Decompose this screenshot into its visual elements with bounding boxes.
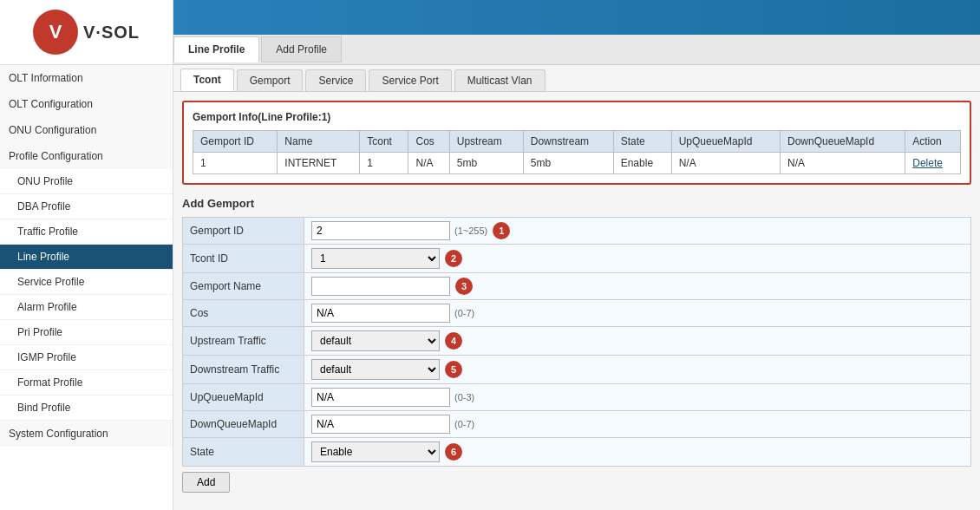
col-state: State: [613, 131, 671, 153]
label-gemport-id: Gemport ID: [183, 218, 304, 245]
label-gemport-name: Gemport Name: [183, 273, 304, 300]
hint-down-queue: (0-7): [454, 419, 474, 429]
cell-state: Enable: [613, 153, 671, 174]
input-cos[interactable]: [311, 304, 450, 323]
form-row-cos: Cos (0-7): [183, 300, 971, 327]
col-cos: Cos: [408, 131, 449, 153]
sidebar-item-olt-information[interactable]: OLT Information: [0, 65, 173, 91]
sub-tab-multicast-vlan[interactable]: Multicast Vlan: [454, 69, 546, 91]
add-gemport-title: Add Gemport: [182, 197, 971, 210]
main-content: Line Profile Add Profile Tcont Gemport S…: [173, 0, 980, 510]
sidebar-nav: OLT Information OLT Configuration ONU Co…: [0, 65, 173, 510]
cell-tcont: 1: [360, 153, 408, 174]
sidebar-item-traffic-profile[interactable]: Traffic Profile: [0, 219, 173, 245]
main-tab-bar: Line Profile Add Profile: [173, 35, 980, 65]
sub-tab-service[interactable]: Service: [305, 69, 366, 91]
field-cell-cos: (0-7): [304, 300, 971, 327]
field-cell-up-queue: (0-3): [304, 384, 971, 411]
label-state: State: [183, 438, 304, 467]
cell-up-queue: N/A: [671, 153, 780, 174]
sub-tab-service-port[interactable]: Service Port: [369, 69, 451, 91]
sidebar-item-olt-configuration[interactable]: OLT Configuration: [0, 91, 173, 117]
logo-area: V V·SOL: [0, 0, 173, 65]
field-cell-gemport-name: 3: [304, 273, 971, 300]
field-cell-gemport-id: (1~255) 1: [304, 218, 971, 245]
sidebar-item-igmp-profile[interactable]: IGMP Profile: [0, 345, 173, 370]
form-row-gemport-name: Gemport Name 3: [183, 273, 971, 300]
sidebar-item-bind-profile[interactable]: Bind Profile: [0, 396, 173, 421]
input-up-queue[interactable]: [311, 388, 450, 407]
sub-tab-gemport[interactable]: Gemport: [237, 69, 304, 91]
field-cell-upstream-traffic: default 4: [304, 327, 971, 356]
cell-down-queue: N/A: [781, 153, 905, 174]
delete-button[interactable]: Delete: [905, 153, 961, 174]
sidebar-item-pri-profile[interactable]: Pri Profile: [0, 320, 173, 345]
col-down-queue: DownQueueMapId: [781, 131, 905, 153]
sidebar-item-service-profile[interactable]: Service Profile: [0, 270, 173, 295]
sidebar-item-dba-profile[interactable]: DBA Profile: [0, 194, 173, 219]
logo-letter: V: [49, 21, 62, 43]
form-row-tcont-id: Tcont ID 1 2: [183, 245, 971, 273]
page-content: Gemport Info(Line Profile:1) Gemport ID …: [173, 92, 980, 510]
col-name: Name: [278, 131, 360, 153]
col-gemport-id: Gemport ID: [193, 131, 278, 153]
sidebar-item-format-profile[interactable]: Format Profile: [0, 370, 173, 396]
field-cell-down-queue: (0-7): [304, 411, 971, 438]
label-tcont-id: Tcont ID: [183, 245, 304, 273]
sidebar-item-onu-profile[interactable]: ONU Profile: [0, 169, 173, 194]
input-gemport-id[interactable]: [311, 221, 450, 240]
badge-5: 5: [445, 361, 462, 378]
select-upstream-traffic[interactable]: default: [311, 330, 440, 351]
select-tcont-id[interactable]: 1: [311, 248, 440, 269]
tab-add-profile[interactable]: Add Profile: [261, 36, 342, 62]
badge-1: 1: [493, 222, 510, 239]
hint-cos: (0-7): [454, 308, 474, 318]
col-downstream: Downstream: [523, 131, 613, 153]
input-down-queue[interactable]: [311, 415, 450, 434]
cell-upstream: 5mb: [449, 153, 523, 174]
sub-tab-tcont[interactable]: Tcont: [180, 69, 234, 91]
table-row: 1 INTERNET 1 N/A 5mb 5mb Enable N/A N/A …: [193, 153, 961, 174]
badge-3: 3: [455, 278, 473, 295]
sidebar-item-onu-configuration[interactable]: ONU Configuration: [0, 117, 173, 143]
add-button[interactable]: Add: [182, 472, 230, 493]
form-row-upstream-traffic: Upstream Traffic default 4: [183, 327, 971, 356]
label-cos: Cos: [183, 300, 304, 327]
label-down-queue: DownQueueMapId: [183, 411, 304, 438]
gemport-info-title: Gemport Info(Line Profile:1): [193, 111, 961, 123]
cell-name: INTERNET: [278, 153, 360, 174]
sidebar-item-line-profile[interactable]: Line Profile: [0, 245, 173, 270]
input-gemport-name[interactable]: [311, 277, 450, 296]
form-row-down-queue: DownQueueMapId (0-7): [183, 411, 971, 438]
form-row-up-queue: UpQueueMapId (0-3): [183, 384, 971, 411]
cell-downstream: 5mb: [523, 153, 613, 174]
label-upstream-traffic: Upstream Traffic: [183, 327, 304, 356]
badge-6: 6: [445, 443, 462, 461]
form-row-gemport-id: Gemport ID (1~255) 1: [183, 218, 971, 245]
tab-line-profile[interactable]: Line Profile: [173, 36, 259, 62]
sub-tab-bar: Tcont Gemport Service Service Port Multi…: [173, 65, 980, 92]
add-gemport-form: Gemport ID (1~255) 1 Tcont ID: [182, 217, 971, 467]
field-cell-tcont-id: 1 2: [304, 245, 971, 273]
label-up-queue: UpQueueMapId: [183, 384, 304, 411]
label-downstream-traffic: Downstream Traffic: [183, 356, 304, 384]
logo-text: V·SOL: [83, 23, 140, 42]
hint-up-queue: (0-3): [454, 392, 474, 402]
field-cell-downstream-traffic: default 5: [304, 356, 971, 384]
cell-gemport-id: 1: [193, 153, 278, 174]
sidebar-item-profile-configuration[interactable]: Profile Configuration: [0, 143, 173, 169]
select-downstream-traffic[interactable]: default: [311, 359, 440, 380]
badge-4: 4: [445, 332, 462, 350]
col-tcont: Tcont: [360, 131, 408, 153]
sidebar-item-alarm-profile[interactable]: Alarm Profile: [0, 295, 173, 320]
col-upstream: Upstream: [449, 131, 523, 153]
add-gemport-section: Add Gemport Gemport ID (1~255) 1: [182, 197, 971, 493]
logo-icon: V: [33, 10, 78, 55]
gemport-table: Gemport ID Name Tcont Cos Upstream Downs…: [193, 130, 961, 174]
form-row-downstream-traffic: Downstream Traffic default 5: [183, 356, 971, 384]
select-state[interactable]: Enable Disable: [311, 441, 440, 462]
gemport-info-box: Gemport Info(Line Profile:1) Gemport ID …: [182, 101, 971, 185]
field-cell-state: Enable Disable 6: [304, 438, 971, 467]
sidebar-item-system-configuration[interactable]: System Configuration: [0, 421, 173, 447]
form-row-state: State Enable Disable 6: [183, 438, 971, 467]
